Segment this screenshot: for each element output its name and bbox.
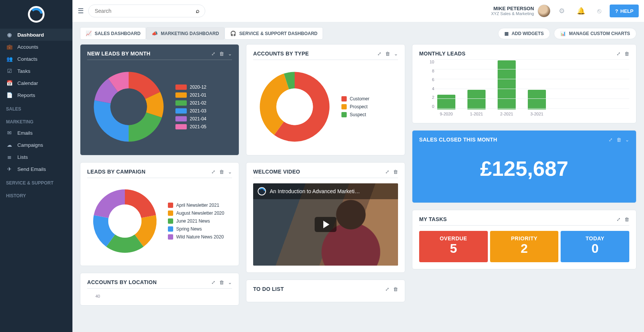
headset-icon: 🎧 [230, 31, 236, 36]
notifications-icon[interactable]: 🔔 [577, 7, 585, 15]
tile-overdue[interactable]: OVERDUE 5 [419, 231, 488, 262]
delete-icon[interactable]: 🗑 [624, 51, 629, 57]
chevron-down-icon[interactable]: ⌄ [228, 169, 232, 175]
legend-swatch [175, 108, 187, 114]
delete-icon[interactable]: 🗑 [393, 169, 398, 175]
sidebar-item-emails[interactable]: ✉Emails [0, 127, 72, 139]
video-player[interactable]: An Introduction to Advanced Marketi… [253, 183, 398, 266]
sidebar-item-lists[interactable]: ≣Lists [0, 151, 72, 163]
list-icon: ≣ [6, 154, 13, 160]
sidebar-item-tasks[interactable]: ☑Tasks [0, 65, 72, 77]
card-title: MY TASKS [419, 216, 447, 222]
sidebar-item-reports[interactable]: 📄Reports [0, 89, 72, 101]
help-icon: ? [615, 8, 618, 14]
play-icon[interactable] [315, 217, 337, 232]
chevron-down-icon[interactable]: ⌄ [228, 280, 232, 285]
delete-icon[interactable]: 🗑 [624, 217, 629, 222]
sidebar-item-campaigns[interactable]: ☁Campaigns [0, 139, 72, 151]
delete-icon[interactable]: 🗑 [385, 51, 390, 57]
tile-label: PRIORITY [490, 235, 559, 241]
tab-marketing-dashboard[interactable]: 📣MARKETING DASHBOARD [146, 27, 224, 40]
sidebar-item-contacts[interactable]: 👥Contacts [0, 53, 72, 65]
sidebar-section-marketing[interactable]: MARKETING [0, 114, 72, 127]
expand-icon[interactable]: ⤢ [609, 137, 613, 143]
svg-point-1 [108, 204, 141, 238]
sidebar-item-dashboard[interactable]: ◉Dashboard [0, 29, 72, 41]
sidebar-section-history[interactable]: HISTORY [0, 188, 72, 201]
sidebar-item-calendar[interactable]: 📅Calendar [0, 77, 72, 89]
y-tick: 0 [419, 104, 434, 109]
sidebar-item-label: Lists [17, 154, 28, 160]
accounts-type-legend: CustomerProspectSuspect [341, 96, 369, 117]
chevron-down-icon[interactable]: ⌄ [394, 51, 398, 57]
add-widgets-button[interactable]: ▦ ADD WIDGETS [498, 28, 550, 39]
legend-label: 2021-04 [190, 116, 206, 121]
tile-value: 5 [419, 241, 488, 255]
search-field[interactable]: ⌕ [88, 5, 205, 17]
sidebar-item-label: Emails [17, 130, 33, 136]
tile-priority[interactable]: PRIORITY 2 [490, 231, 559, 262]
legend-item: June 2021 News [168, 218, 224, 224]
grid-icon: ▦ [504, 31, 509, 36]
sidebar-item-send-emails[interactable]: ✈Send Emails [0, 163, 72, 175]
new-leads-donut [87, 65, 170, 148]
user-block[interactable]: MIKE PETERSON XYZ Sales & Marketing [491, 5, 551, 17]
logout-icon[interactable]: ⎋ [597, 7, 601, 15]
svg-point-2 [277, 89, 313, 125]
settings-icon[interactable]: ⚙ [559, 7, 565, 15]
expand-icon[interactable]: ⤢ [385, 286, 389, 292]
bar-label: 9-2020 [440, 112, 453, 116]
card-title: NEW LEADS BY MONTH [87, 51, 151, 57]
chevron-down-icon[interactable]: ⌄ [625, 137, 629, 143]
card-monthly-leads: MONTHLY LEADS ⤢ 🗑 1086420 9-20201-20212-… [412, 44, 636, 123]
sidebar-section-service-support[interactable]: SERVICE & SUPPORT [0, 175, 72, 188]
delete-icon[interactable]: 🗑 [219, 51, 224, 57]
legend-item: 2021-03 [175, 108, 206, 114]
delete-icon[interactable]: 🗑 [616, 137, 621, 143]
y-tick: 4 [419, 86, 434, 91]
avatar[interactable] [538, 5, 550, 17]
bullhorn-icon: 📣 [152, 31, 158, 36]
expand-icon[interactable]: ⤢ [385, 169, 389, 175]
expand-icon[interactable]: ⤢ [211, 280, 215, 285]
expand-icon[interactable]: ⤢ [377, 51, 381, 57]
expand-icon[interactable]: ⤢ [211, 169, 215, 175]
delete-icon[interactable]: 🗑 [219, 169, 224, 175]
search-icon[interactable]: ⌕ [196, 8, 200, 14]
card-accounts-location: ACCOUNTS BY LOCATION ⤢ 🗑 ⌄ 40 [80, 273, 239, 306]
user-name: MIKE PETERSON [491, 6, 534, 11]
tab-service-support-dashboard[interactable]: 🎧SERVICE & SUPPORT DASHBOARD [224, 27, 323, 40]
card-title: WELCOME VIDEO [253, 169, 300, 175]
legend-swatch [341, 96, 347, 101]
expand-icon[interactable]: ⤢ [211, 51, 215, 57]
card-title: MONTHLY LEADS [419, 51, 466, 57]
legend-item: Suspect [341, 112, 369, 117]
chevron-down-icon[interactable]: ⌄ [228, 51, 232, 57]
legend-item: Prospect [341, 104, 369, 109]
help-button[interactable]: ? HELP [610, 5, 639, 17]
tab-sales-dashboard[interactable]: 📈SALES DASHBOARD [80, 27, 146, 40]
tile-value: 2 [490, 241, 559, 255]
topbar: ☰ ⌕ MIKE PETERSON XYZ Sales & Marketing … [72, 0, 644, 22]
card-title: LEADS BY CAMPAIGN [87, 169, 146, 175]
cloud-icon: ☁ [6, 142, 13, 148]
tab-label: SALES DASHBOARD [95, 31, 140, 36]
expand-icon[interactable]: ⤢ [616, 217, 621, 222]
sales-closed-value: £125,687 [419, 146, 629, 196]
menu-toggle-icon[interactable]: ☰ [78, 7, 84, 15]
tab-label: SERVICE & SUPPORT DASHBOARD [239, 31, 317, 36]
delete-icon[interactable]: 🗑 [219, 280, 224, 285]
tile-today[interactable]: TODAY 0 [561, 231, 629, 262]
new-leads-legend: 2020-122021-012021-022021-032021-042021-… [175, 85, 206, 129]
card-todo: TO DO LIST ⤢ 🗑 [246, 280, 405, 302]
search-input[interactable] [94, 8, 196, 14]
sidebar-section-sales[interactable]: SALES [0, 101, 72, 114]
expand-icon[interactable]: ⤢ [616, 51, 621, 57]
tile-label: TODAY [561, 235, 629, 241]
sidebar-item-accounts[interactable]: 💼Accounts [0, 41, 72, 53]
legend-swatch [168, 218, 173, 224]
legend-item: Spring News [168, 226, 224, 232]
manage-charts-button[interactable]: 📊 MANAGE CUSTOM CHARTS [554, 28, 636, 39]
delete-icon[interactable]: 🗑 [393, 286, 398, 292]
send-icon: ✈ [6, 166, 13, 172]
